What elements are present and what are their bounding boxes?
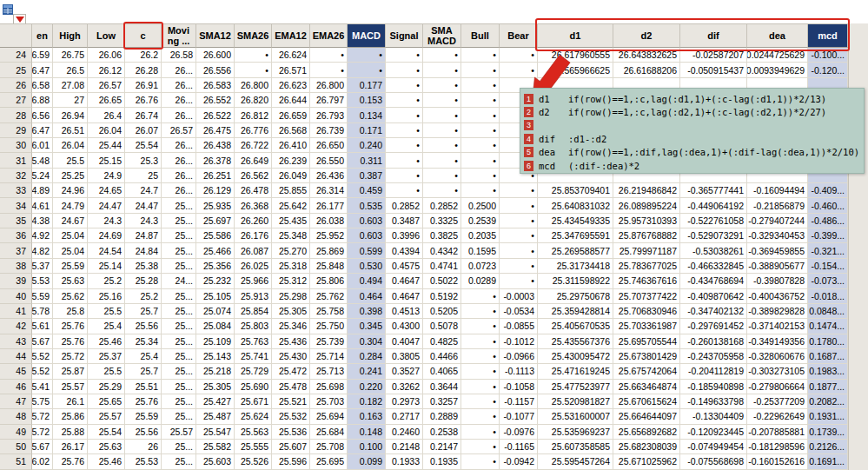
cell-sma12[interactable]: 26.129 bbox=[196, 183, 235, 198]
row-number[interactable]: 28 bbox=[0, 108, 32, 122]
cell-d2[interactable]: 25.670615624 bbox=[613, 394, 680, 409]
cell-bear[interactable]: • bbox=[500, 214, 538, 228]
cell-mcd[interactable]: 0.1691... bbox=[808, 454, 848, 469]
cell-bear[interactable]: -0.1165 bbox=[500, 440, 538, 454]
cell-open[interactable]: 5.61 bbox=[32, 319, 53, 334]
cell-dif[interactable]: -0.13304409 bbox=[680, 409, 747, 424]
column-header-high[interactable]: High bbox=[53, 23, 88, 48]
cell-ema12[interactable]: 25.305 bbox=[272, 304, 310, 319]
cell-ema12[interactable]: 25.607 bbox=[272, 440, 310, 454]
cell-bear[interactable]: -0.0976 bbox=[500, 425, 538, 440]
cell-d1[interactable]: 25.29750678 bbox=[538, 289, 613, 304]
cell-macd[interactable]: 0.494 bbox=[348, 274, 386, 288]
cell-high[interactable]: 26.04 bbox=[53, 138, 88, 153]
cell-macd[interactable]: 0.599 bbox=[348, 243, 386, 258]
cell-dea[interactable]: -0.16094494 bbox=[747, 183, 808, 198]
cell-sma_macd[interactable]: 0.5192 bbox=[423, 289, 461, 304]
cell-ema12[interactable]: 25.348 bbox=[272, 228, 310, 243]
cell-sma_macd[interactable]: 0.3825 bbox=[423, 228, 461, 243]
cell-d2[interactable]: 25.673801429 bbox=[613, 349, 680, 364]
cell-high[interactable]: 25.57 bbox=[53, 380, 88, 394]
cell-open[interactable]: 5.78 bbox=[32, 304, 53, 319]
cell-high[interactable]: 25.76 bbox=[53, 334, 88, 349]
cell-moving[interactable]: 25... bbox=[162, 289, 196, 304]
cell-bear[interactable]: -0.0942 bbox=[500, 454, 538, 469]
cell-bear[interactable]: -0.0855 bbox=[500, 319, 538, 334]
cell-d2[interactable]: 26.61688206 bbox=[613, 63, 680, 77]
cell-moving[interactable]: 25... bbox=[162, 319, 196, 334]
cell-macd[interactable]: 0.530 bbox=[348, 259, 386, 274]
row-number[interactable]: 37 bbox=[0, 243, 32, 258]
cell-mcd[interactable]: -0.409... bbox=[808, 183, 848, 198]
cell-low[interactable]: 26.06 bbox=[88, 48, 125, 63]
cell-low[interactable]: 25.54 bbox=[88, 425, 125, 440]
cell-bull[interactable]: • bbox=[461, 169, 500, 183]
cell-dif[interactable]: -0.297691452 bbox=[680, 319, 747, 334]
cell-bull[interactable]: • bbox=[461, 183, 500, 198]
cell-open[interactable]: 6.01 bbox=[32, 138, 53, 153]
cell-dea[interactable]: 0.0244725629 bbox=[747, 48, 808, 63]
cell-bear[interactable]: • bbox=[500, 183, 538, 198]
column-header-sma12[interactable]: SMA12 bbox=[196, 23, 235, 48]
cell-open[interactable]: 4.38 bbox=[32, 214, 53, 228]
cell-low[interactable]: 25.65 bbox=[88, 394, 125, 409]
cell-d2[interactable]: 25.675742064 bbox=[613, 364, 680, 379]
cell-d1[interactable]: 25.471619245 bbox=[538, 364, 613, 379]
cell-macd[interactable]: 0.603 bbox=[348, 228, 386, 243]
row-number[interactable]: 36 bbox=[0, 228, 32, 243]
cell-d2[interactable]: 25.783677025 bbox=[613, 259, 680, 274]
cell-signal[interactable]: 0.4647 bbox=[386, 289, 423, 304]
cell-dea[interactable]: -0.22962649 bbox=[747, 409, 808, 424]
cell-low[interactable]: 25.2 bbox=[88, 274, 125, 288]
cell-high[interactable]: 26.51 bbox=[53, 123, 88, 138]
cell-low[interactable]: 25.5 bbox=[88, 304, 125, 319]
cell-macd[interactable]: • bbox=[348, 63, 386, 77]
cell-bear[interactable]: -0.0534 bbox=[500, 304, 538, 319]
cell-sma12[interactable]: 25.582 bbox=[196, 440, 235, 454]
cell-moving[interactable]: 25... bbox=[162, 409, 196, 424]
cell-high[interactable]: 25.72 bbox=[53, 349, 88, 364]
cell-bull[interactable]: • bbox=[461, 425, 500, 440]
cell-high[interactable]: 26.1 bbox=[53, 394, 88, 409]
cell-c[interactable]: 26 bbox=[125, 440, 162, 454]
cell-low[interactable]: 25.46 bbox=[88, 454, 125, 469]
cell-sma_macd[interactable]: 0.3644 bbox=[423, 380, 461, 394]
row-number[interactable]: 48 bbox=[0, 409, 32, 424]
cell-moving[interactable]: 25.57 bbox=[162, 425, 196, 440]
cell-signal[interactable]: 0.2460 bbox=[386, 425, 423, 440]
cell-sma12[interactable]: 25.074 bbox=[196, 304, 235, 319]
cell-high[interactable]: 25.76 bbox=[53, 319, 88, 334]
cell-c[interactable]: 24.47 bbox=[125, 198, 162, 213]
cell-moving[interactable]: 26... bbox=[162, 78, 196, 93]
cell-sma12[interactable]: 25.356 bbox=[196, 259, 235, 274]
cell-ema12[interactable]: 25.312 bbox=[272, 274, 310, 288]
cell-macd[interactable]: 0.134 bbox=[348, 108, 386, 122]
cell-bear[interactable]: -0.1157 bbox=[500, 394, 538, 409]
cell-c[interactable]: 25.2 bbox=[125, 289, 162, 304]
cell-sma26[interactable]: 26.800 bbox=[235, 78, 272, 93]
cell-signal[interactable]: 0.4394 bbox=[386, 243, 423, 258]
cell-high[interactable]: 26.75 bbox=[53, 48, 88, 63]
cell-bull[interactable]: • bbox=[461, 93, 500, 108]
cell-low[interactable]: 26.57 bbox=[88, 78, 125, 93]
cell-dif[interactable]: -0.409870642 bbox=[680, 289, 747, 304]
column-header-sma26[interactable]: SMA26 bbox=[235, 23, 272, 48]
cell-dea[interactable]: -0.279407244 bbox=[747, 214, 808, 228]
cell-mcd[interactable]: -0.120... bbox=[808, 63, 848, 77]
cell-signal[interactable]: 0.2852 bbox=[386, 198, 423, 213]
cell-moving[interactable]: 25... bbox=[162, 349, 196, 364]
cell-macd[interactable]: 0.099 bbox=[348, 454, 386, 469]
cell-open[interactable]: 5.41 bbox=[32, 380, 53, 394]
cell-sma_macd[interactable]: 0.4466 bbox=[423, 349, 461, 364]
cell-sma12[interactable]: 26.583 bbox=[196, 78, 235, 93]
cell-low[interactable]: 25.57 bbox=[88, 409, 125, 424]
cell-dif[interactable]: -0.120923445 bbox=[680, 425, 747, 440]
cell-dif[interactable]: -0.149633798 bbox=[680, 394, 747, 409]
cell-open[interactable]: 5.67 bbox=[32, 440, 53, 454]
cell-macd[interactable]: 0.220 bbox=[348, 380, 386, 394]
cell-moving[interactable]: 26... bbox=[162, 169, 196, 183]
cell-sma26[interactable]: 26.820 bbox=[235, 93, 272, 108]
cell-high[interactable]: 27.08 bbox=[53, 78, 88, 93]
cell-sma12[interactable]: 25.109 bbox=[196, 334, 235, 349]
cell-open[interactable]: 5.52 bbox=[32, 364, 53, 379]
